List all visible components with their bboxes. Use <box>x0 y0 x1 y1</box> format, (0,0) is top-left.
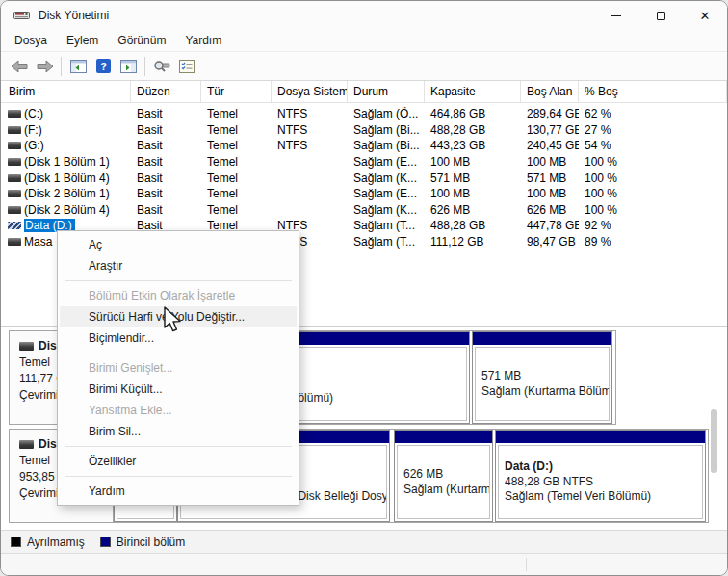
partition-info: 571 MBSağlam (Kurtarma Bölümü) <box>475 347 610 421</box>
menu-separator <box>65 280 292 281</box>
legend-item: Birincil bölüm <box>100 536 185 549</box>
volume-status-cell: Sağlam (E... <box>348 187 425 200</box>
column-header-8[interactable]: % Boş <box>579 81 663 102</box>
minimize-button[interactable] <box>594 1 638 30</box>
close-button[interactable]: ✕ <box>683 1 727 30</box>
volume-free-cell: 447,78 GB <box>521 219 579 232</box>
disk-icon <box>19 342 34 351</box>
volume-name-cell: (C:) <box>1 107 131 120</box>
volume-capacity-cell: 488,28 GB <box>425 219 521 232</box>
help-icon: ? <box>96 59 111 73</box>
column-header-5[interactable]: Durum <box>348 81 425 102</box>
volume-pct_free-cell: 54 % <box>579 139 663 152</box>
volume-name-cell: (Disk 2 Bölüm 4) <box>1 203 131 217</box>
toolbar-separator <box>144 57 145 76</box>
menu-grnm[interactable]: Görünüm <box>108 31 175 50</box>
table-row[interactable]: (G:)BasitTemelNTFSSağlam (Bi...443,23 GB… <box>1 138 727 154</box>
volume-capacity-cell: 100 MB <box>425 155 521 169</box>
partition-block[interactable]: 626 MBSağlam (Kurtarma Bölümü) <box>394 430 493 522</box>
volume-capacity-cell: 571 MB <box>425 171 521 185</box>
partition-text-line: Sağlam (Kurtarma Bölümü) <box>481 384 603 400</box>
volume-type-cell: Temel <box>201 139 272 152</box>
volume-capacity-cell: 111,12 GB <box>425 235 521 249</box>
volume-free-cell: 100 MB <box>521 155 579 169</box>
volume-capacity-cell: 488,28 GB <box>425 123 521 137</box>
context-menu-item-aç[interactable]: Aç <box>60 234 297 255</box>
column-header-4[interactable]: Dosya Sistemi <box>272 81 348 102</box>
volume-context-menu: AçAraştırBölümü Etkin Olarak İşaretleSür… <box>57 230 299 506</box>
volume-type-cell: Temel <box>201 123 272 137</box>
disk-icon <box>19 440 34 449</box>
svg-text:?: ? <box>100 61 107 72</box>
volume-layout-cell: Basit <box>131 123 201 137</box>
toolbar: ? <box>1 52 727 81</box>
forward-icon <box>36 60 54 73</box>
table-row[interactable]: (Disk 2 Bölüm 1)BasitTemelSağlam (E...10… <box>1 186 727 202</box>
context-menu-item-araştır[interactable]: Araştır <box>60 255 297 276</box>
volume-status-cell: Sağlam (Bi... <box>348 123 425 137</box>
fields-button[interactable] <box>174 55 199 78</box>
back-button[interactable] <box>7 55 32 78</box>
title-bar: Disk Yönetimi ✕ <box>1 1 727 30</box>
volume-capacity-cell: 100 MB <box>425 187 521 200</box>
volume-layout-cell: Basit <box>131 203 201 217</box>
menu-dosya[interactable]: Dosya <box>5 31 57 50</box>
menu-yardm[interactable]: Yardım <box>175 31 231 50</box>
table-row[interactable]: (Disk 1 Bölüm 4)BasitTemelSağlam (K...57… <box>1 170 727 186</box>
context-menu-item-birimiküçült[interactable]: Birimi Küçült... <box>60 379 297 400</box>
column-header-7[interactable]: Boş Alan <box>521 81 579 102</box>
volume-free-cell: 130,77 GB <box>521 123 579 137</box>
table-row[interactable]: (Disk 2 Bölüm 4)BasitTemelSağlam (K...62… <box>1 202 727 219</box>
volume-name-cell: (Disk 2 Bölüm 1) <box>1 187 131 200</box>
column-header-6[interactable]: Kapasite <box>425 81 521 102</box>
partition-block[interactable]: Data (D:)488,28 GB NTFSSağlam (Temel Ver… <box>495 430 706 522</box>
partition-info: Data (D:)488,28 GB NTFSSağlam (Temel Ver… <box>498 445 703 519</box>
forward-button[interactable] <box>32 55 57 78</box>
context-menu-item-birimsil[interactable]: Birim Sil... <box>60 421 297 442</box>
volume-icon <box>8 190 21 197</box>
context-menu-item-özellikler[interactable]: Özellikler <box>60 451 297 472</box>
status-bar-divider <box>526 558 527 571</box>
partition-type-bar <box>473 332 611 345</box>
volume-status-cell: Sağlam (E... <box>348 155 425 169</box>
menu-separator <box>65 353 292 353</box>
show-console-tree-button[interactable] <box>65 55 91 78</box>
partition-info: 626 MBSağlam (Kurtarma Bölümü) <box>397 445 490 519</box>
table-row[interactable]: (Disk 1 Bölüm 1)BasitTemelSağlam (E...10… <box>1 154 727 170</box>
close-icon: ✕ <box>700 10 711 22</box>
table-row[interactable]: (F:)BasitTemelNTFSSağlam (Bi...488,28 GB… <box>1 122 727 139</box>
maximize-button[interactable] <box>638 1 683 30</box>
column-header-filler <box>663 81 727 102</box>
mouse-cursor <box>163 306 184 335</box>
volume-table-header: BirimDüzenTürDosya SistemiDurumKapasiteB… <box>1 81 727 103</box>
volume-layout-cell: Basit <box>131 155 201 169</box>
vertical-scrollbar-thumb[interactable] <box>711 409 717 473</box>
status-bar <box>1 553 727 575</box>
column-header-1[interactable]: Birim <box>1 81 131 102</box>
volume-free-cell: 240,45 GB <box>521 139 579 152</box>
volume-capacity-cell: 464,86 GB <box>425 107 521 120</box>
show-action-pane-button[interactable] <box>116 55 141 78</box>
partition-text-line: 571 MB <box>481 369 603 384</box>
table-row[interactable]: (C:)BasitTemelNTFSSağlam (Ö...464,86 GB2… <box>1 106 727 122</box>
volume-type-cell: Temel <box>201 187 272 200</box>
partition-block[interactable]: 571 MBSağlam (Kurtarma Bölümü) <box>472 331 612 424</box>
volume-type-cell: Temel <box>201 107 272 120</box>
context-menu-item-bölümüetkinolarakişa: Bölümü Etkin Olarak İşaretle <box>60 285 297 306</box>
disk-properties-button[interactable] <box>149 55 174 78</box>
console-tree-icon <box>70 60 87 73</box>
column-header-3[interactable]: Tür <box>201 81 272 102</box>
volume-pct_free-cell: 100 % <box>579 155 663 169</box>
app-disk-icon <box>13 9 30 22</box>
context-menu-item-yardım[interactable]: Yardım <box>60 481 297 502</box>
legend-swatch <box>11 537 21 547</box>
column-header-2[interactable]: Düzen <box>131 81 201 102</box>
volume-fs-cell: NTFS <box>272 139 348 152</box>
context-menu-item-birimigenişlet: Birimi Genişlet... <box>60 357 297 379</box>
partition-text-line: 626 MB <box>403 467 483 483</box>
help-button[interactable]: ? <box>91 55 116 78</box>
volume-pct_free-cell: 100 % <box>579 203 663 217</box>
volume-status-cell: Sağlam (Bi... <box>348 139 425 152</box>
menu-eylem[interactable]: Eylem <box>57 31 108 50</box>
volume-fs-cell: NTFS <box>272 123 348 137</box>
